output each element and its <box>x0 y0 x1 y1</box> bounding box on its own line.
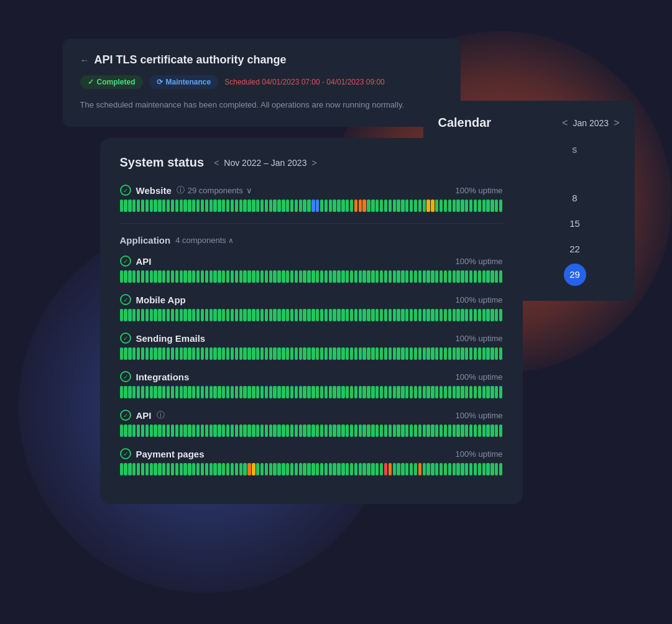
bar-segment <box>362 386 366 398</box>
bar-segment <box>124 347 127 360</box>
bar-segment <box>448 386 451 398</box>
bar-segment <box>299 347 302 360</box>
bar-segment <box>410 200 413 212</box>
bar-segment <box>490 270 494 283</box>
bar-segment <box>490 309 494 321</box>
bar-segment <box>359 200 362 212</box>
bar-segment <box>277 309 280 321</box>
bar-segment <box>389 270 392 283</box>
bar-segment <box>299 270 302 283</box>
cal-day-8[interactable]: 8 <box>530 186 620 209</box>
bar-segment <box>384 463 387 475</box>
status-nav-left[interactable]: < <box>214 158 219 168</box>
bar-segment <box>469 463 472 475</box>
component-emails-left: ✓ Sending Emails <box>120 333 206 344</box>
component-emails-header: ✓ Sending Emails 100% uptime <box>120 333 503 344</box>
bar-segment <box>158 347 161 360</box>
bar-segment <box>410 347 413 360</box>
expand-icon-website[interactable]: ∨ <box>246 186 252 195</box>
component-website-name: Website <box>136 185 172 196</box>
bar-segment <box>307 270 310 283</box>
bar-segment <box>269 347 272 360</box>
bar-segment <box>478 270 481 283</box>
maintenance-title-text: API TLS certificate authority change <box>94 53 287 67</box>
bar-segment <box>401 347 404 360</box>
bar-segment <box>320 270 323 283</box>
bar-segment <box>295 347 298 360</box>
bar-segment <box>486 200 489 212</box>
bar-segment <box>431 200 434 212</box>
component-integrations-name: Integrations <box>136 372 190 382</box>
bar-segment <box>196 424 200 437</box>
bar-segment <box>465 463 468 475</box>
component-payment-uptime: 100% uptime <box>456 449 503 459</box>
calendar-prev-arrow[interactable]: < <box>562 117 568 129</box>
bar-segment <box>362 270 366 283</box>
bar-segment <box>260 463 264 475</box>
calendar-header: Calendar < Jan 2023 > <box>438 116 620 130</box>
bar-segment <box>213 463 216 475</box>
bar-segment <box>333 309 336 321</box>
bar-segment <box>384 309 387 321</box>
bar-segment <box>423 386 426 398</box>
section-collapse-arrow[interactable]: ∧ <box>228 236 234 245</box>
bar-segment <box>371 386 374 398</box>
bar-segment <box>461 270 464 283</box>
bar-segment <box>188 270 191 283</box>
bar-segment <box>273 270 276 283</box>
bar-segment <box>252 200 255 212</box>
calendar-next-arrow[interactable]: > <box>614 117 619 129</box>
bar-segment <box>375 386 379 398</box>
bar-segment <box>205 347 208 360</box>
bar-segment <box>401 309 404 321</box>
component-payment-header: ✓ Payment pages 100% uptime <box>120 448 503 459</box>
bar-segment <box>269 200 272 212</box>
bar-segment <box>132 424 136 437</box>
status-nav: < Nov 2022 – Jan 2023 > <box>214 158 316 168</box>
bar-segment <box>175 309 178 321</box>
bar-segment <box>209 424 213 437</box>
badge-completed: ✓ Completed <box>80 75 143 89</box>
bar-segment <box>260 424 264 437</box>
bar-segment <box>171 424 174 437</box>
bar-segment <box>231 386 234 398</box>
bar-segment <box>316 463 319 475</box>
bar-segment <box>247 347 251 360</box>
bar-segment <box>410 424 413 437</box>
bar-segment <box>141 386 144 398</box>
status-nav-right[interactable]: > <box>311 158 316 168</box>
cal-day-29-today[interactable]: 29 <box>564 264 586 286</box>
bar-segment <box>456 424 459 437</box>
bar-segment <box>461 347 464 360</box>
bar-segment <box>469 200 472 212</box>
bar-segment <box>499 424 502 437</box>
bar-segment <box>490 386 494 398</box>
bar-segment <box>414 309 417 321</box>
bar-segment <box>137 463 140 475</box>
bar-segment <box>453 270 456 283</box>
cal-day-22[interactable]: 22 <box>530 237 620 260</box>
bar-segment <box>286 270 289 283</box>
application-section-header: Application 4 components ∧ <box>120 235 503 245</box>
bar-segment <box>222 270 225 283</box>
bar-segment <box>183 200 186 212</box>
back-arrow-icon[interactable]: ← <box>80 55 90 65</box>
bar-segment <box>440 200 443 212</box>
bar-segment <box>341 424 344 437</box>
bar-segment <box>192 347 195 360</box>
bar-segment <box>132 270 136 283</box>
bar-segment <box>235 270 238 283</box>
bar-segment <box>423 424 426 437</box>
bar-segment <box>124 309 127 321</box>
bar-segment <box>316 347 319 360</box>
bar-segment <box>486 309 489 321</box>
cal-day-15[interactable]: 15 <box>530 212 620 235</box>
bar-segment <box>350 200 353 212</box>
bar-segment <box>426 309 430 321</box>
bar-segment <box>256 386 259 398</box>
bar-segment <box>218 200 221 212</box>
bar-segment <box>414 347 417 360</box>
bar-segment <box>162 347 165 360</box>
component-mobile-app: ✓ Mobile App 100% uptime <box>120 294 503 321</box>
bar-segment <box>418 270 421 283</box>
